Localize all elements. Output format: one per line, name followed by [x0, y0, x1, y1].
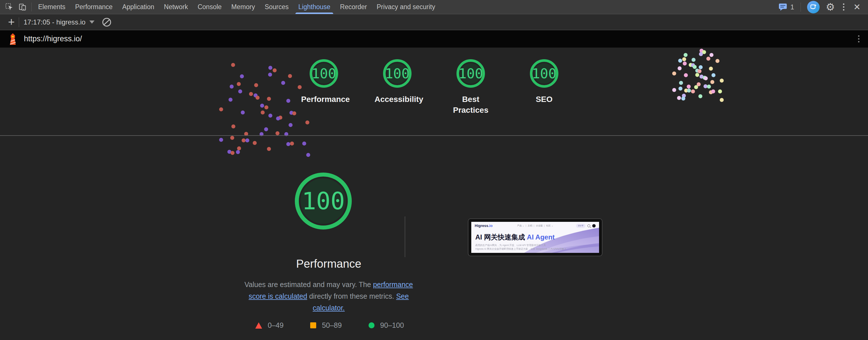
tab-application[interactable]: Application [118, 0, 159, 14]
new-report-button[interactable]: + [4, 16, 19, 28]
report-url-bar: https://higress.io/ [0, 30, 868, 48]
console-messages-count: 1 [790, 3, 794, 11]
average-square-icon [310, 322, 316, 328]
page-screenshot-thumbnail: Higress.io 产品 ⌄ ｜ 文档 ｜ 企业版 ｜ 社区 ⌄ EN 中 A… [468, 219, 602, 256]
tab-memory[interactable]: Memory [226, 0, 260, 14]
tab-privacy-security[interactable]: Privacy and security [372, 0, 440, 14]
thumbnail-header: Higress.io 产品 ⌄ ｜ 文档 ｜ 企业版 ｜ 社区 ⌄ EN 中 [471, 222, 599, 228]
performance-section-title: Performance [243, 257, 414, 270]
category-best-practices[interactable]: 100 Best Practices [443, 59, 498, 116]
thumbnail-hero-heading: AI 网关快速集成 AI Agent [475, 233, 555, 242]
thumbnail-subtitle-1: 易用的生产级AI网关，为 Agent 开发、LLM API 管理提供可靠工具 [475, 244, 546, 247]
console-message-icon [778, 3, 788, 11]
settings-gear-icon[interactable]: ⚙ [826, 2, 835, 12]
thumbnail-subtitle-2: Higress AI 网关企业版开箱即用快速上手验证方案，社区 DeepSeek… [475, 248, 566, 251]
report-selector-dropdown[interactable]: 17:17:05 - higress.io [24, 18, 94, 26]
performance-score-value: 100 [302, 187, 345, 215]
toolbar-divider [19, 17, 19, 27]
tab-network[interactable]: Network [159, 0, 193, 14]
tab-lighthouse[interactable]: Lighthouse [293, 0, 335, 14]
language-toggle: EN 中 [576, 224, 585, 228]
chevron-down-icon [89, 21, 94, 24]
tabbar-right-controls: 1 ⚙ ✕ [778, 0, 868, 14]
report-options-icon[interactable] [856, 34, 861, 44]
thumbnail-header-right: EN 中 [576, 224, 596, 228]
lighthouse-report: 100 Performance 100 Accessibility 100 Be… [0, 48, 868, 339]
performance-score-gauge: 100 [295, 173, 352, 229]
category-performance[interactable]: 100 Performance [297, 59, 351, 116]
legend-pass: 90–100 [369, 321, 404, 330]
controls-divider [801, 3, 801, 12]
report-selector-label: 17:17:05 - higress.io [24, 18, 85, 26]
thumbnail-page: Higress.io 产品 ⌄ ｜ 文档 ｜ 企业版 ｜ 社区 ⌄ EN 中 A… [471, 222, 599, 253]
tabbar-divider [31, 3, 32, 11]
lighthouse-favicon [7, 33, 19, 45]
clear-reports-icon[interactable] [102, 17, 112, 27]
category-accessibility[interactable]: 100 Accessibility [370, 59, 425, 116]
legend-average: 50–89 [310, 321, 342, 330]
close-devtools-icon[interactable]: ✕ [852, 2, 862, 12]
tab-console[interactable]: Console [193, 0, 226, 14]
more-options-icon[interactable] [841, 2, 846, 12]
tab-elements[interactable]: Elements [33, 0, 70, 14]
best-practices-gauge: 100 [457, 59, 485, 88]
higress-logo: Higress.io [475, 224, 493, 228]
search-icon [587, 224, 590, 227]
category-seo[interactable]: 100 SEO [517, 59, 571, 116]
inspect-element-icon[interactable] [2, 0, 16, 14]
report-url: https://higress.io/ [24, 34, 82, 43]
confetti-right [663, 48, 728, 101]
accessibility-gauge: 100 [383, 59, 411, 88]
score-legend: 0–49 50–89 90–100 [241, 321, 418, 330]
legend-fail: 0–49 [255, 321, 284, 330]
tab-sources[interactable]: Sources [260, 0, 293, 14]
lighthouse-toolbar: + 17:17:05 - higress.io [0, 14, 868, 30]
device-toolbar-icon[interactable] [16, 0, 30, 14]
console-messages-button[interactable]: 1 [778, 3, 794, 11]
seo-gauge: 100 [530, 59, 558, 88]
ai-assistance-icon[interactable] [807, 1, 819, 13]
github-icon [592, 224, 596, 228]
fail-triangle-icon [255, 322, 262, 329]
category-score-row: 100 Performance 100 Accessibility 100 Be… [297, 59, 571, 116]
thumbnail-nav: 产品 ⌄ ｜ 文档 ｜ 企业版 ｜ 社区 ⌄ [517, 224, 553, 227]
performance-description: Values are estimated and may vary. The p… [241, 279, 417, 314]
gauge-thumbnail-divider [405, 217, 405, 257]
tab-performance[interactable]: Performance [70, 0, 118, 14]
performance-gauge: 100 [310, 59, 338, 88]
section-divider [0, 135, 868, 136]
tab-recorder[interactable]: Recorder [335, 0, 372, 14]
pass-circle-icon [369, 322, 374, 328]
devtools-tabbar: Elements Performance Application Network… [0, 0, 868, 14]
